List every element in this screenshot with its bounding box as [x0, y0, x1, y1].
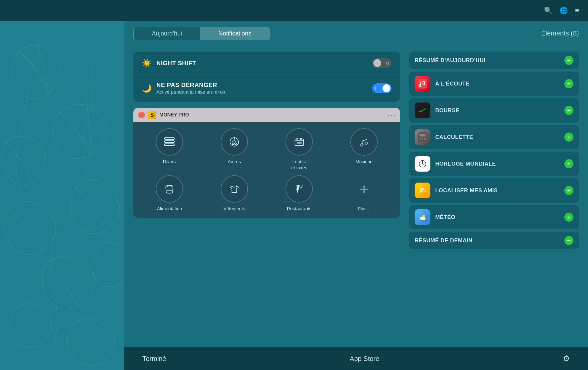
widget-item-impots[interactable]: Impôts et taxes: [269, 128, 329, 170]
right-label-alecoute: À L'ÉCOUTE: [435, 81, 560, 87]
right-label-resume-demain: RÉSUMÉ DE DEMAIN: [415, 237, 560, 244]
find-friends-app-icon: [415, 183, 430, 198]
toggle-on-knob: [383, 84, 390, 92]
add-localiser[interactable]: +: [564, 186, 573, 195]
left-panel: ☀️ NIGHT SHIFT O 🌙 NE PAS DÉRANG: [133, 52, 400, 341]
svg-rect-2: [165, 141, 174, 143]
money-pro-widget: − $ MONEY PRO · · ·: [133, 108, 400, 218]
widget-item-musique[interactable]: Musique: [334, 128, 394, 170]
widget-item-alimentation[interactable]: Alimentation: [139, 175, 199, 212]
right-item-bourse[interactable]: BOURSE +: [409, 98, 579, 123]
top-bar: 🔍 🌐 ≡: [0, 0, 588, 21]
done-button[interactable]: Terminé: [142, 355, 166, 363]
stocks-app-icon: [415, 103, 430, 118]
music-app-icon: [415, 76, 430, 92]
widget-body: Divers: [133, 122, 400, 218]
globe-icon[interactable]: 🌐: [560, 7, 568, 15]
svg-point-40: [422, 217, 426, 220]
tab-today[interactable]: Aujourd'hui: [134, 27, 200, 40]
svg-rect-8: [295, 139, 303, 146]
right-label-meteo: MÉTÉO: [435, 214, 560, 220]
widget-label-restaurants: Restaurants: [287, 206, 312, 212]
night-shift-row: ☀️ NIGHT SHIFT O: [133, 52, 400, 75]
dnd-title: NE PAS DÉRANGER: [156, 82, 372, 89]
widget-item-autres[interactable]: Autres: [204, 128, 264, 170]
add-calculette[interactable]: +: [564, 133, 573, 142]
search-icon[interactable]: 🔍: [544, 7, 552, 15]
widget-item-vetements[interactable]: Vêtements: [204, 175, 264, 212]
add-horloge[interactable]: +: [564, 159, 573, 168]
widget-icon-musique: [350, 128, 378, 156]
widget-label-alimentation: Alimentation: [157, 206, 182, 212]
night-shift-toggle[interactable]: O: [372, 58, 392, 68]
right-label-resume-today: RÉSUMÉ D'AUJOURD'HUI: [415, 57, 560, 64]
widget-item-divers[interactable]: Divers: [139, 128, 199, 170]
tab-group: Aujourd'hui Notifications: [133, 27, 270, 40]
right-label-localiser: LOCALISER MES AMIS: [435, 187, 560, 194]
right-label-calculette: CALCULETTE: [435, 134, 560, 140]
dnd-label: NE PAS DÉRANGER Activé pendant la mise e…: [156, 82, 372, 95]
bottom-bar: Terminé App Store ⚙: [124, 347, 588, 370]
svg-point-5: [232, 143, 234, 145]
svg-rect-27: [422, 138, 423, 140]
right-item-horloge[interactable]: HORLOGE MONDIALE +: [409, 152, 579, 176]
right-label-bourse: BOURSE: [435, 107, 560, 114]
widget-item-restaurants[interactable]: Restaurants: [269, 175, 329, 212]
add-alecoute[interactable]: +: [564, 79, 573, 88]
svg-rect-25: [419, 134, 426, 136]
elements-count: Éléments (8): [541, 29, 579, 37]
svg-rect-1: [165, 138, 174, 140]
widget-title: MONEY PRO: [159, 112, 385, 118]
main-area: Aujourd'hui Notifications Éléments (8) ☀…: [0, 21, 588, 370]
widget-icon-impots: [286, 128, 313, 156]
tab-notifications[interactable]: Notifications: [200, 27, 269, 40]
dnd-subtitle: Activé pendant la mise en miroir: [156, 89, 372, 95]
right-item-calculette[interactable]: CALCULETTE +: [409, 125, 579, 149]
svg-rect-0: [0, 21, 124, 370]
widget-label-impots: Impôts et taxes: [291, 159, 307, 170]
menu-icon[interactable]: ≡: [575, 7, 579, 15]
right-item-alecoute[interactable]: À L'ÉCOUTE +: [409, 72, 579, 96]
control-card: ☀️ NIGHT SHIFT O 🌙 NE PAS DÉRANG: [133, 52, 400, 102]
dnd-toggle[interactable]: I: [372, 83, 392, 93]
sidebar: [0, 21, 124, 370]
widget-label-vetements: Vêtements: [223, 206, 245, 212]
content-body: ☀️ NIGHT SHIFT O 🌙 NE PAS DÉRANG: [124, 45, 588, 347]
widget-menu-icon[interactable]: · · ·: [388, 112, 395, 118]
night-shift-title: NIGHT SHIFT: [156, 60, 372, 67]
right-panel: RÉSUMÉ D'AUJOURD'HUI + À L'ÉCOUTE: [409, 52, 579, 341]
svg-rect-24: [418, 132, 427, 142]
svg-rect-28: [424, 138, 426, 140]
widget-icon-autres: [221, 128, 248, 156]
right-item-resume-today[interactable]: RÉSUMÉ D'AUJOURD'HUI +: [409, 52, 579, 69]
toggle-off-label: O: [386, 61, 389, 66]
settings-gear-icon[interactable]: ⚙: [563, 354, 570, 363]
weather-app-icon: [415, 209, 430, 225]
dnd-row: 🌙 NE PAS DÉRANGER Activé pendant la mise…: [133, 75, 400, 102]
add-bourse[interactable]: +: [564, 106, 573, 115]
widget-plus-icon: +: [350, 175, 378, 203]
svg-point-33: [422, 163, 423, 164]
content-area: Aujourd'hui Notifications Éléments (8) ☀…: [124, 21, 588, 370]
right-item-meteo[interactable]: MÉTÉO +: [409, 205, 579, 229]
add-resume-demain[interactable]: +: [564, 236, 573, 245]
widget-label-divers: Divers: [163, 159, 176, 165]
night-shift-label: NIGHT SHIFT: [156, 60, 372, 67]
widget-close-button[interactable]: −: [138, 112, 145, 118]
appstore-link[interactable]: App Store: [166, 355, 563, 363]
toggle-on-label: I: [375, 86, 376, 91]
widget-icon-vetements: [221, 175, 248, 203]
dnd-icon: 🌙: [142, 84, 152, 93]
widget-label-autres: Autres: [228, 159, 241, 165]
add-resume-today[interactable]: +: [564, 56, 573, 65]
right-item-resume-demain[interactable]: RÉSUMÉ DE DEMAIN +: [409, 232, 579, 249]
svg-rect-3: [165, 144, 174, 146]
widget-icon-restaurants: [286, 175, 313, 203]
calc-app-icon: [415, 129, 430, 145]
widget-item-plus[interactable]: + Plus...: [334, 175, 394, 212]
widget-icon-alimentation: [156, 175, 183, 203]
svg-rect-23: [418, 106, 427, 115]
widget-label-musique: Musique: [356, 159, 373, 165]
right-item-localiser[interactable]: LOCALISER MES AMIS +: [409, 178, 579, 203]
add-meteo[interactable]: +: [564, 213, 573, 222]
